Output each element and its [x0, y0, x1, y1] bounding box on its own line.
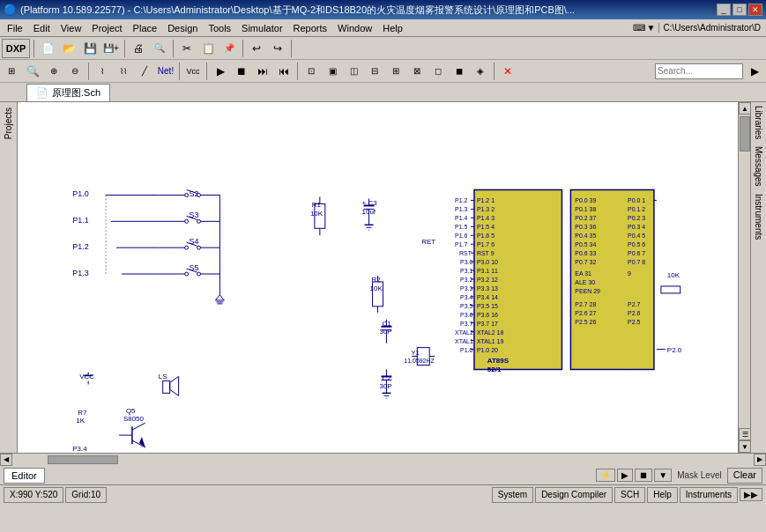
step-back-button[interactable]: ⏮ — [274, 62, 294, 81]
instruments-section[interactable]: Instruments — [680, 487, 738, 503]
tab-bar: 📄 原理图.Sch — [0, 83, 766, 102]
zoom-area-button[interactable]: ⊕ — [44, 62, 63, 81]
scroll-left-button[interactable]: ◀ — [0, 454, 12, 466]
component-icon7[interactable]: ◻ — [428, 62, 448, 81]
schematic-canvas[interactable]: P1.0 S2 P1.1 S3 P1.2 S4 P1.3 — [18, 102, 738, 453]
delete-button[interactable]: ✕ — [498, 62, 517, 81]
svg-text:P3.4: P3.4 — [72, 445, 87, 453]
grid-display: Grid:10 — [65, 487, 107, 503]
zoom-fit-button[interactable]: ⊞ — [2, 62, 21, 81]
svg-text:P3.5 15: P3.5 15 — [477, 303, 498, 309]
component-icon9[interactable]: ◈ — [471, 62, 490, 81]
save-button[interactable]: 💾 — [80, 39, 100, 58]
status-icon2[interactable]: ▶ — [617, 469, 633, 482]
vcc-button[interactable]: Vcc — [183, 62, 203, 81]
title-controls: _ □ ✕ — [717, 4, 762, 16]
menu-edit[interactable]: Edit — [28, 19, 56, 36]
wire-button[interactable]: ╱ — [135, 62, 154, 81]
component-icon2[interactable]: ▣ — [323, 62, 342, 81]
status-dropdown[interactable]: ▼ — [654, 469, 672, 482]
vertical-scrollbar[interactable]: ▲ ☰ ▼ — [738, 102, 750, 453]
svg-text:PEEN 29: PEEN 29 — [575, 288, 600, 294]
copy-button[interactable]: 📋 — [198, 39, 218, 58]
svg-text:P2.5: P2.5 — [628, 319, 640, 325]
design-compiler-section[interactable]: Design Compiler — [535, 487, 613, 503]
component-icon6[interactable]: ⊠ — [407, 62, 427, 81]
zoom-in-button[interactable]: 🔍 — [23, 62, 42, 81]
messages-panel-label[interactable]: Messages — [754, 143, 763, 190]
clear-button[interactable]: Clear — [727, 468, 762, 484]
component2-button[interactable]: ⌇⌇ — [114, 62, 133, 81]
dxp-logo-button[interactable]: DXP — [2, 39, 30, 58]
component-icon1[interactable]: ⊡ — [301, 62, 321, 81]
component-icon4[interactable]: ⊟ — [365, 62, 384, 81]
open-button[interactable]: 📂 — [59, 39, 78, 58]
svg-text:P3.4 14: P3.4 14 — [477, 294, 498, 300]
scroll-track-vertical[interactable] — [739, 115, 750, 428]
stop-button[interactable]: ⏹ — [232, 62, 251, 81]
schematic-tab[interactable]: 📄 原理图.Sch — [26, 84, 110, 101]
new-button[interactable]: 📄 — [38, 39, 57, 58]
menu-simulator[interactable]: Simulator — [236, 19, 287, 36]
step-button[interactable]: ⏭ — [253, 62, 272, 81]
menu-place[interactable]: Place — [128, 19, 163, 36]
net-button[interactable]: Net! — [156, 62, 175, 81]
component1-button[interactable]: ⌇ — [93, 62, 112, 81]
undo-button[interactable]: ↩ — [247, 39, 266, 58]
component-icon5[interactable]: ⊞ — [386, 62, 405, 81]
status-icon3[interactable]: ⏹ — [635, 469, 652, 482]
menu-project[interactable]: Project — [86, 19, 127, 36]
svg-text:RST: RST — [459, 250, 472, 256]
component-icon8[interactable]: ◼ — [450, 62, 469, 81]
search-go-button[interactable]: ▶ — [745, 62, 764, 81]
status-icon1[interactable]: ⚡ — [596, 469, 615, 482]
coordinates-display: X:990 Y:520 — [4, 487, 63, 503]
component-icon3[interactable]: ◫ — [344, 62, 363, 81]
zoom-out-button[interactable]: ⊖ — [65, 62, 85, 81]
system-section[interactable]: System — [492, 487, 533, 503]
svg-text:P2.5  26: P2.5 26 — [575, 319, 596, 325]
scroll-down-button[interactable]: ▼ — [739, 440, 751, 453]
libraries-panel-label[interactable]: Libraries — [754, 102, 763, 143]
instruments-panel-label[interactable]: Instruments — [754, 190, 763, 243]
scroll-up-button[interactable]: ▲ — [739, 102, 751, 115]
svg-text:P0.0  39: P0.0 39 — [575, 197, 596, 203]
paste-button[interactable]: 📌 — [219, 39, 239, 58]
print-button[interactable]: 🖨 — [129, 39, 148, 58]
help-section[interactable]: Help — [647, 487, 678, 503]
redo-button[interactable]: ↪ — [268, 39, 287, 58]
menu-reports[interactable]: Reports — [288, 19, 333, 36]
svg-text:S8050: S8050 — [123, 415, 145, 423]
svg-text:P3.2 12: P3.2 12 — [477, 277, 498, 283]
save-all-button[interactable]: 💾+ — [101, 39, 121, 58]
projects-panel-label[interactable]: Projects — [4, 104, 13, 143]
mask-level-label: Mask Level — [673, 470, 725, 480]
svg-text:XTAL1: XTAL1 — [455, 338, 473, 344]
menu-help[interactable]: Help — [377, 19, 408, 36]
menu-file[interactable]: File — [2, 19, 28, 36]
scroll-thumb-vertical[interactable] — [740, 116, 750, 151]
svg-text:P1.3: P1.3 — [455, 206, 467, 212]
canvas-area[interactable]: P1.0 S2 P1.1 S3 P1.2 S4 P1.3 — [18, 102, 738, 453]
scroll-middle-button[interactable]: ☰ — [739, 428, 751, 440]
search-input[interactable] — [655, 63, 743, 79]
close-button[interactable]: ✕ — [748, 4, 762, 16]
scroll-track-horizontal[interactable] — [12, 454, 754, 466]
status-icons: ⚡ ▶ ⏹ ▼ Mask Level Clear — [596, 468, 762, 484]
menu-design[interactable]: Design — [162, 19, 203, 36]
cut-button[interactable]: ✂ — [177, 39, 197, 58]
sch-section[interactable]: SCH — [614, 487, 645, 503]
maximize-button[interactable]: □ — [733, 4, 747, 16]
menu-window[interactable]: Window — [332, 19, 377, 36]
editor-tab[interactable]: Editor — [4, 468, 45, 484]
menu-tools[interactable]: Tools — [203, 19, 236, 36]
scroll-right-button[interactable]: ▶ — [754, 454, 766, 466]
minimize-button[interactable]: _ — [717, 4, 731, 16]
svg-text:P2.6  27: P2.6 27 — [575, 310, 596, 316]
expand-button[interactable]: ▶▶ — [740, 488, 762, 501]
print-preview-button[interactable]: 🔍 — [150, 39, 169, 58]
horizontal-scrollbar[interactable]: ◀ ▶ — [0, 453, 766, 465]
menu-view[interactable]: View — [56, 19, 87, 36]
scroll-thumb-horizontal[interactable] — [48, 455, 118, 464]
run-button[interactable]: ▶ — [211, 62, 230, 81]
